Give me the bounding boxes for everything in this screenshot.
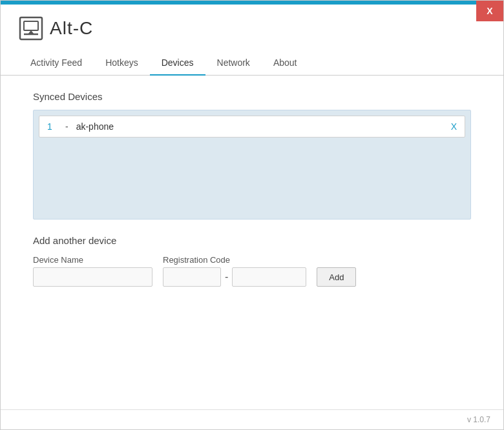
main-content: Synced Devices 1 - ak-phone X Add anothe… (1, 76, 503, 409)
reg-code-separator: - (225, 267, 228, 287)
reg-code-label: Registration Code (163, 255, 306, 265)
app-header: Alt-C Activity Feed Hotkeys Devices Netw… (1, 5, 503, 76)
device-number: 1 (47, 121, 58, 132)
device-name-group: Device Name (33, 255, 152, 287)
close-button[interactable]: X (476, 1, 503, 21)
tab-devices[interactable]: Devices (150, 52, 205, 76)
device-remove-button[interactable]: X (451, 121, 457, 132)
app-footer: v 1.0.7 (1, 409, 503, 429)
device-name-label: ak-phone (76, 121, 443, 132)
device-dash: - (65, 121, 68, 132)
app-logo-icon (19, 16, 43, 41)
devices-list: 1 - ak-phone X (33, 110, 471, 220)
add-device-section: Add another device Device Name Registrat… (33, 235, 471, 287)
add-device-form: Device Name Registration Code - Add (33, 255, 471, 287)
add-device-button[interactable]: Add (317, 267, 356, 287)
app-logo: Alt-C (19, 16, 485, 41)
svg-rect-1 (24, 21, 38, 30)
version-label: v 1.0.7 (467, 415, 490, 424)
reg-code-part1-input[interactable] (163, 267, 221, 287)
tab-about[interactable]: About (262, 52, 309, 76)
device-name-field-label: Device Name (33, 255, 152, 265)
add-device-title: Add another device (33, 235, 471, 246)
reg-code-inputs: - (163, 267, 306, 287)
synced-devices-title: Synced Devices (33, 91, 471, 102)
registration-code-group: Registration Code - (163, 255, 306, 287)
tab-network[interactable]: Network (205, 52, 262, 76)
close-icon: X (487, 6, 492, 15)
table-row: 1 - ak-phone X (39, 116, 465, 138)
app-window: X Alt-C Activity Feed Hotkeys Devices Ne… (0, 0, 504, 430)
device-name-input[interactable] (33, 267, 152, 287)
app-title: Alt-C (50, 18, 93, 39)
tab-activity-feed[interactable]: Activity Feed (19, 52, 94, 76)
reg-code-part2-input[interactable] (232, 267, 306, 287)
tab-bar: Activity Feed Hotkeys Devices Network Ab… (1, 52, 503, 76)
tab-hotkeys[interactable]: Hotkeys (94, 52, 150, 76)
